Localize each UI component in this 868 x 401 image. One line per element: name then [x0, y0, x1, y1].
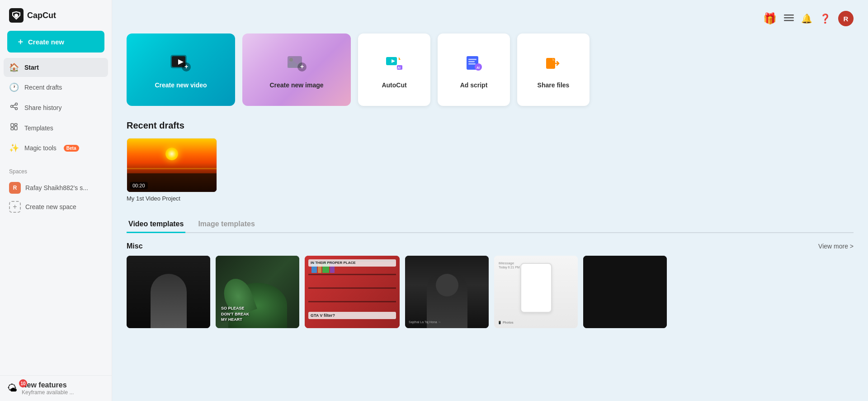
quick-actions-bar: + Create new video + Create new image: [127, 33, 854, 106]
create-new-label: Create new: [28, 38, 64, 46]
logo: CapCut: [0, 0, 112, 31]
draft-thumbnail: 00:20: [127, 138, 217, 192]
svg-point-3: [15, 108, 18, 110]
svg-rect-11: [784, 17, 794, 19]
template-card-6[interactable]: [583, 256, 667, 328]
sidebar-label-templates: Templates: [24, 124, 53, 132]
magic-icon: ✨: [9, 143, 19, 153]
footer-title: New features: [22, 381, 74, 389]
view-more-link[interactable]: View more >: [818, 243, 854, 250]
sidebar-item-templates[interactable]: Templates: [4, 118, 108, 138]
spaces-section: Spaces R Rafay Shaikh882's s... + Create…: [0, 168, 112, 216]
hamburger-menu-icon[interactable]: [784, 13, 794, 25]
svg-rect-10: [784, 14, 794, 16]
template-card-5[interactable]: iMessage Today 6:21 PM 📱 Photos: [494, 256, 578, 328]
svg-text:+: +: [300, 63, 304, 70]
share-icon: [9, 102, 19, 113]
create-new-button[interactable]: ＋ Create new: [7, 31, 104, 53]
space-avatar: R: [9, 182, 21, 194]
help-icon[interactable]: ❓: [820, 13, 831, 24]
tab-image-templates[interactable]: Image templates: [196, 216, 256, 233]
sidebar-item-magic-tools[interactable]: ✨ Magic tools Beta: [4, 138, 108, 158]
misc-row: Misc View more >: [127, 242, 854, 250]
svg-text:+: +: [184, 63, 188, 70]
template-card-3[interactable]: IN THEIR PROPER PLACE GTA V filter?: [305, 256, 400, 328]
svg-text:AI: AI: [397, 66, 401, 69]
autocut-card[interactable]: AI AutoCut: [358, 33, 430, 106]
ad-script-icon: AI: [461, 51, 486, 76]
ad-script-label: Ad script: [460, 81, 488, 89]
recent-drafts-title: Recent drafts: [127, 120, 854, 131]
drafts-grid: 00:20 My 1st Video Project: [127, 138, 854, 202]
notification-count-badge: 10: [19, 379, 27, 387]
sidebar: CapCut ＋ Create new 🏠 Start 🕐 Recent dra…: [0, 0, 112, 401]
sidebar-item-start[interactable]: 🏠 Start: [4, 58, 108, 77]
template-grid: SO PLEASEDON'T BREAKMY HEART IN THEIR PR…: [127, 256, 854, 328]
create-space-item[interactable]: + Create new space: [9, 197, 103, 216]
autocut-icon: AI: [382, 51, 407, 76]
ad-script-card[interactable]: AI Ad script: [438, 33, 510, 106]
sidebar-item-recent-drafts[interactable]: 🕐 Recent drafts: [4, 78, 108, 97]
svg-point-1: [15, 103, 18, 105]
spaces-label: Spaces: [9, 168, 103, 175]
main-content: 🎁 🔔 ❓ R + Create new video: [112, 0, 868, 401]
share-files-card[interactable]: Share files: [517, 33, 590, 106]
template-text-5c: 📱 Photos: [498, 321, 514, 325]
beta-badge: Beta: [64, 145, 79, 152]
space-item[interactable]: R Rafay Shaikh882's s...: [9, 178, 103, 197]
svg-point-18: [289, 58, 293, 62]
svg-rect-7: [14, 124, 17, 125]
sidebar-item-share-history[interactable]: Share history: [4, 98, 108, 117]
template-card-4[interactable]: Sajdhal La Taj Hona →: [405, 256, 489, 328]
templates-icon: [9, 123, 19, 133]
svg-line-5: [13, 107, 15, 108]
sidebar-label-recent-drafts: Recent drafts: [24, 84, 62, 91]
plus-icon: ＋: [16, 36, 24, 47]
autocut-label: AutoCut: [382, 81, 406, 89]
gift-icon[interactable]: 🎁: [763, 12, 777, 25]
template-text-3-bottom: GTA V filter?: [308, 312, 396, 319]
tab-video-templates[interactable]: Video templates: [127, 216, 185, 233]
capcut-logo-icon: [9, 8, 24, 23]
sidebar-label-start: Start: [24, 64, 39, 71]
draft-name: My 1st Video Project: [127, 195, 217, 202]
template-text-3-top: IN THEIR PROPER PLACE: [308, 259, 396, 267]
template-text-5b: Today 6:21 PM: [499, 266, 520, 269]
sidebar-footer: 🌤 New features Keyframe available ... 10: [0, 375, 112, 401]
draft-card[interactable]: 00:20 My 1st Video Project: [127, 138, 217, 202]
templates-tabs: Video templates Image templates: [127, 216, 854, 233]
create-image-card[interactable]: + Create new image: [242, 33, 351, 106]
topbar-icons: 🎁 🔔 ❓ R: [127, 11, 854, 26]
svg-rect-27: [468, 63, 476, 65]
user-avatar[interactable]: R: [838, 11, 854, 26]
sidebar-label-share-history: Share history: [24, 104, 61, 111]
footer-content: New features Keyframe available ...: [22, 381, 74, 396]
svg-rect-8: [11, 128, 14, 130]
create-space-label: Create new space: [25, 203, 76, 210]
template-card-1[interactable]: [127, 256, 210, 328]
app-name: CapCut: [27, 11, 56, 20]
clock-icon: 🕐: [9, 82, 19, 92]
misc-label: Misc: [127, 242, 143, 250]
share-files-icon: [541, 51, 566, 76]
bell-icon[interactable]: 🔔: [801, 13, 812, 24]
svg-rect-9: [14, 126, 17, 130]
template-text-2: SO PLEASEDON'T BREAKMY HEART: [221, 306, 294, 323]
svg-rect-26: [468, 61, 475, 62]
svg-rect-6: [11, 124, 14, 127]
template-card-2[interactable]: SO PLEASEDON'T BREAKMY HEART: [216, 256, 299, 328]
svg-point-2: [11, 105, 13, 108]
template-text-5a: iMessage: [499, 261, 514, 265]
space-name: Rafay Shaikh882's s...: [25, 184, 88, 191]
sidebar-nav: 🏠 Start 🕐 Recent drafts Share history Te…: [0, 58, 112, 158]
draft-duration: 00:20: [130, 182, 148, 189]
template-text-4: Sajdhal La Taj Hona →: [409, 320, 485, 325]
create-image-label: Create new image: [269, 81, 323, 89]
image-card-icon: +: [284, 51, 309, 76]
sidebar-label-magic-tools: Magic tools: [24, 144, 57, 152]
sun-icon: 🌤: [7, 382, 17, 394]
svg-text:AI: AI: [476, 66, 480, 69]
create-video-card[interactable]: + Create new video: [127, 33, 235, 106]
share-files-label: Share files: [538, 81, 570, 89]
video-card-icon: +: [168, 51, 193, 76]
